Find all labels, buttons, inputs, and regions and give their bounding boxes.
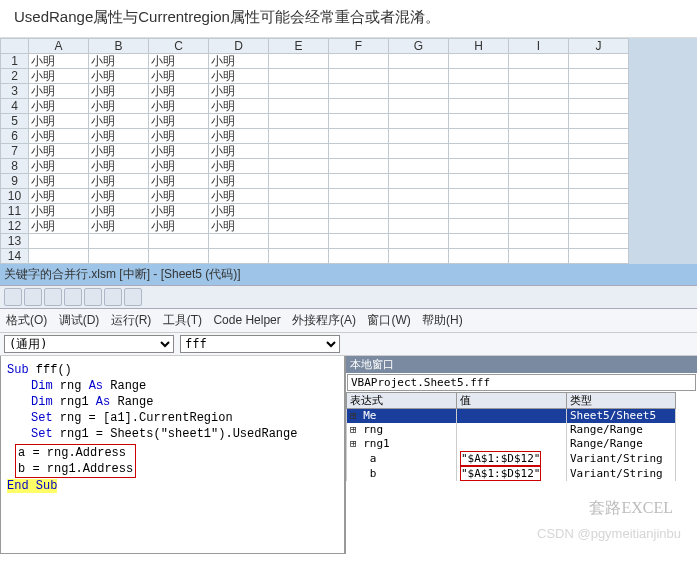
row-header[interactable]: 3	[1, 84, 29, 99]
cell[interactable]	[89, 249, 149, 264]
cell[interactable]	[509, 204, 569, 219]
menu-run[interactable]: 运行(R)	[111, 313, 152, 327]
locals-col-val[interactable]: 值	[457, 393, 567, 409]
cell[interactable]	[329, 144, 389, 159]
toolbar-icon[interactable]	[44, 288, 62, 306]
row-header[interactable]: 8	[1, 159, 29, 174]
column-header[interactable]: F	[329, 39, 389, 54]
cell[interactable]: 小明	[89, 219, 149, 234]
cell[interactable]	[509, 54, 569, 69]
cell[interactable]	[389, 219, 449, 234]
row-header[interactable]: 12	[1, 219, 29, 234]
row-header[interactable]: 11	[1, 204, 29, 219]
locals-row[interactable]: ⊞ rng1Range/Range	[347, 437, 676, 451]
procedure-dropdown[interactable]: fff	[180, 335, 340, 353]
cell[interactable]	[389, 249, 449, 264]
cell[interactable]	[449, 69, 509, 84]
cell[interactable]: 小明	[29, 204, 89, 219]
cell[interactable]	[209, 249, 269, 264]
cell[interactable]: 小明	[149, 114, 209, 129]
cell[interactable]: 小明	[209, 54, 269, 69]
cell[interactable]	[269, 84, 329, 99]
cell[interactable]	[449, 159, 509, 174]
row-header[interactable]: 7	[1, 144, 29, 159]
cell[interactable]: 小明	[209, 159, 269, 174]
cell[interactable]: 小明	[29, 129, 89, 144]
cell[interactable]: 小明	[89, 204, 149, 219]
cell[interactable]	[329, 84, 389, 99]
menu-addins[interactable]: 外接程序(A)	[292, 313, 356, 327]
cell[interactable]	[149, 234, 209, 249]
column-header[interactable]: H	[449, 39, 509, 54]
cell[interactable]	[509, 129, 569, 144]
cell[interactable]	[509, 99, 569, 114]
cell[interactable]	[389, 129, 449, 144]
cell[interactable]	[329, 219, 389, 234]
cell[interactable]: 小明	[29, 114, 89, 129]
cell[interactable]	[509, 159, 569, 174]
menu-tools[interactable]: 工具(T)	[163, 313, 202, 327]
cell[interactable]	[509, 174, 569, 189]
cell[interactable]	[329, 174, 389, 189]
cell[interactable]	[449, 129, 509, 144]
cell[interactable]	[569, 129, 629, 144]
cell[interactable]	[269, 174, 329, 189]
toolbar-icon[interactable]	[124, 288, 142, 306]
cell[interactable]	[29, 234, 89, 249]
toolbar-icon[interactable]	[24, 288, 42, 306]
cell[interactable]	[329, 129, 389, 144]
toolbar-icon[interactable]	[4, 288, 22, 306]
cell[interactable]	[269, 144, 329, 159]
cell[interactable]	[449, 54, 509, 69]
cell[interactable]: 小明	[29, 144, 89, 159]
column-header[interactable]: D	[209, 39, 269, 54]
cell[interactable]	[569, 84, 629, 99]
cell[interactable]	[569, 114, 629, 129]
cell[interactable]: 小明	[29, 174, 89, 189]
cell[interactable]	[389, 69, 449, 84]
cell[interactable]: 小明	[149, 99, 209, 114]
cell[interactable]: 小明	[89, 99, 149, 114]
menu-debug[interactable]: 调试(D)	[59, 313, 100, 327]
row-header[interactable]: 5	[1, 114, 29, 129]
menu-help[interactable]: 帮助(H)	[422, 313, 463, 327]
cell[interactable]	[269, 234, 329, 249]
spreadsheet-grid[interactable]: ABCDEFGHIJ1小明小明小明小明2小明小明小明小明3小明小明小明小明4小明…	[0, 38, 629, 264]
cell[interactable]	[329, 114, 389, 129]
column-header[interactable]: I	[509, 39, 569, 54]
cell[interactable]	[509, 189, 569, 204]
column-header[interactable]: B	[89, 39, 149, 54]
row-header[interactable]: 14	[1, 249, 29, 264]
column-header[interactable]: A	[29, 39, 89, 54]
toolbar-icon[interactable]	[104, 288, 122, 306]
cell[interactable]: 小明	[29, 54, 89, 69]
cell[interactable]	[389, 204, 449, 219]
cell[interactable]	[89, 234, 149, 249]
cell[interactable]	[269, 204, 329, 219]
menu-codehelper[interactable]: Code Helper	[213, 313, 280, 327]
cell[interactable]: 小明	[29, 189, 89, 204]
cell[interactable]	[569, 249, 629, 264]
cell[interactable]: 小明	[209, 114, 269, 129]
cell[interactable]	[329, 234, 389, 249]
cell[interactable]: 小明	[89, 69, 149, 84]
cell[interactable]: 小明	[89, 114, 149, 129]
locals-row[interactable]: b"$A$1:$D$12"Variant/String	[347, 466, 676, 481]
cell[interactable]	[449, 144, 509, 159]
cell[interactable]: 小明	[209, 84, 269, 99]
cell[interactable]: 小明	[89, 84, 149, 99]
cell[interactable]	[569, 219, 629, 234]
cell[interactable]: 小明	[149, 144, 209, 159]
cell[interactable]	[569, 189, 629, 204]
cell[interactable]	[269, 54, 329, 69]
cell[interactable]	[329, 189, 389, 204]
column-header[interactable]: E	[269, 39, 329, 54]
cell[interactable]	[329, 54, 389, 69]
cell[interactable]	[509, 114, 569, 129]
cell[interactable]	[449, 174, 509, 189]
cell[interactable]: 小明	[209, 129, 269, 144]
cell[interactable]	[269, 129, 329, 144]
cell[interactable]: 小明	[209, 204, 269, 219]
cell[interactable]	[449, 249, 509, 264]
row-header[interactable]: 2	[1, 69, 29, 84]
